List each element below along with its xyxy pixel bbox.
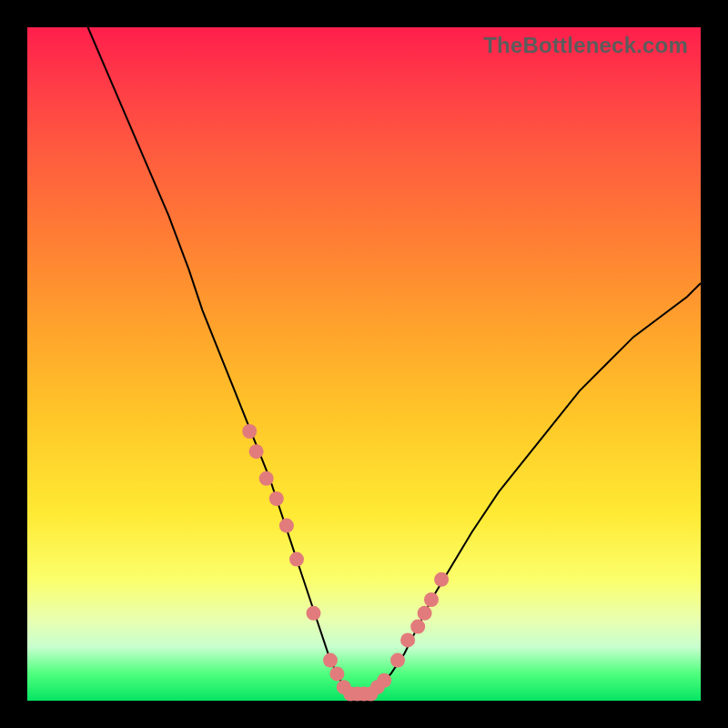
highlight-marker xyxy=(323,653,338,668)
highlight-marker xyxy=(400,632,415,647)
plot-svg xyxy=(27,27,701,701)
highlight-marker xyxy=(279,519,294,533)
highlight-marker xyxy=(418,606,432,621)
highlight-marker xyxy=(259,471,274,486)
highlight-marker xyxy=(329,666,344,681)
highlight-marker xyxy=(242,424,257,439)
highlight-marker xyxy=(424,592,439,607)
highlight-marker xyxy=(434,572,449,587)
highlight-marker xyxy=(249,444,264,459)
highlight-marker xyxy=(377,673,391,688)
highlight-marker xyxy=(269,491,284,506)
highlight-marker xyxy=(289,552,304,567)
highlight-marker xyxy=(390,653,405,668)
highlight-markers xyxy=(242,424,449,702)
highlight-marker xyxy=(410,620,425,634)
highlight-marker xyxy=(307,606,321,621)
chart-area: TheBottleneck.com xyxy=(27,27,701,701)
bottleneck-curve xyxy=(88,27,701,694)
